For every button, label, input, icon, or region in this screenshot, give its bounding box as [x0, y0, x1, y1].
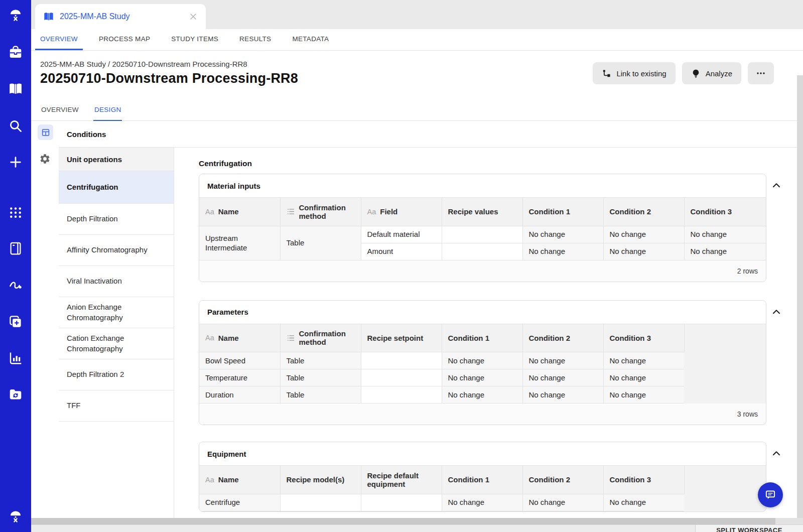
split-workspace-button[interactable]: SPLIT WORKSPACE: [695, 525, 803, 532]
collapse-chevron-icon[interactable]: [771, 307, 782, 318]
unit-operations-header: Unit operations: [59, 148, 174, 171]
row-count: 2 rows: [199, 260, 766, 282]
cell-condition-1[interactable]: No change: [522, 226, 603, 243]
tab-metadata[interactable]: METADATA: [287, 29, 334, 50]
cell-confirmation-method[interactable]: Table: [280, 226, 361, 260]
workspace-tab[interactable]: 2025-MM-AB Study: [35, 4, 206, 29]
equipment-row: Equipment AaName Recipe model(s) Recipe …: [199, 442, 803, 512]
horizontal-scrollbar[interactable]: [31, 518, 775, 524]
more-options-button[interactable]: [748, 62, 774, 84]
unit-op-centrifugation[interactable]: Centrifugation: [59, 171, 174, 204]
gear-icon[interactable]: [39, 153, 51, 165]
breadcrumb[interactable]: 2025-MM-AB Study / 20250710-Downstream P…: [40, 60, 247, 68]
chat-bubble-icon: [764, 488, 777, 501]
app-sidebar: [0, 0, 31, 532]
table-view-icon[interactable]: [38, 124, 53, 140]
cell-recipe-setpoint[interactable]: [361, 386, 442, 404]
cell-name[interactable]: Duration: [199, 386, 280, 404]
table-row: Centrifuge No change No change No change: [199, 494, 766, 511]
column-recipe-values: Recipe values: [442, 198, 522, 226]
tab-overview[interactable]: OVERVIEW: [35, 29, 83, 50]
cell-condition-1[interactable]: No change: [442, 369, 522, 386]
cell-condition-2[interactable]: No change: [522, 494, 603, 511]
create-plus-icon[interactable]: [8, 155, 23, 170]
vertical-scrollbar[interactable]: [797, 75, 803, 518]
link-to-existing-label: Link to existing: [616, 69, 666, 78]
analyze-label: Analyze: [706, 69, 732, 78]
inventory-fridge-icon[interactable]: [8, 241, 23, 256]
benchling-logo-icon[interactable]: [8, 9, 23, 24]
cell-condition-3[interactable]: No change: [684, 226, 766, 243]
cell-condition-2[interactable]: No change: [522, 352, 603, 369]
cell-condition-1[interactable]: No change: [442, 386, 522, 404]
cell-recipe-values[interactable]: [442, 243, 522, 260]
apps-grid-icon[interactable]: [8, 205, 23, 220]
link-to-existing-button[interactable]: Link to existing: [593, 62, 675, 84]
tab-study-items[interactable]: STUDY ITEMS: [166, 29, 223, 50]
design-workspace: Conditions Unit operations Centrifugatio…: [31, 121, 803, 518]
collapse-chevron-icon[interactable]: [771, 180, 782, 191]
unit-op-depth-filtration-2[interactable]: Depth Filtration 2: [59, 359, 174, 390]
cell-field[interactable]: Default material: [361, 226, 442, 243]
unit-op-tff[interactable]: TFF: [59, 390, 174, 422]
cell-name[interactable]: Bowl Speed: [199, 352, 280, 369]
cell-name[interactable]: Temperature: [199, 369, 280, 386]
cell-condition-3[interactable]: No change: [603, 352, 684, 369]
unit-operations-panel: Unit operations Centrifugation Depth Fil…: [59, 148, 174, 518]
tab-results[interactable]: RESULTS: [234, 29, 276, 50]
user-avatar-icon[interactable]: [8, 510, 23, 525]
cell-recipe-values[interactable]: [442, 226, 522, 243]
cell-condition-2[interactable]: No change: [603, 243, 684, 260]
workspace-tab-title: 2025-MM-AB Study: [60, 12, 189, 21]
column-condition-1: Condition 1: [522, 198, 603, 226]
tab-process-map[interactable]: PROCESS MAP: [94, 29, 155, 50]
unit-op-affinity-chromatography[interactable]: Affinity Chromatography: [59, 235, 174, 266]
material-inputs-table: AaName Confirmation method AaField Recip…: [199, 198, 766, 260]
cell-recipe-models[interactable]: [280, 494, 361, 511]
cell-name[interactable]: Upstream Intermediate: [199, 226, 280, 260]
collapse-chevron-icon[interactable]: [771, 448, 782, 459]
detail-tab-design[interactable]: DESIGN: [93, 105, 122, 121]
ellipsis-icon: [756, 68, 766, 78]
cell-condition-1[interactable]: No change: [442, 352, 522, 369]
cell-name[interactable]: Centrifuge: [199, 494, 280, 511]
equipment-title: Equipment: [199, 442, 766, 466]
close-icon[interactable]: [189, 12, 198, 21]
cell-confirmation-method[interactable]: Table: [280, 369, 361, 386]
requests-icon[interactable]: [8, 314, 23, 329]
cell-condition-3[interactable]: No change: [603, 369, 684, 386]
equipment-table: AaName Recipe model(s) Recipe default eq…: [199, 466, 766, 511]
cell-condition-3[interactable]: No change: [684, 243, 766, 260]
search-icon[interactable]: [8, 118, 23, 134]
notebook-book-icon[interactable]: [8, 81, 23, 96]
unit-op-anion-exchange[interactable]: Anion Exchange Chromatography: [59, 297, 174, 328]
cell-condition-1[interactable]: No change: [522, 243, 603, 260]
cell-recipe-setpoint[interactable]: [361, 369, 442, 386]
unit-op-depth-filtration[interactable]: Depth Filtration: [59, 204, 174, 235]
cell-condition-2[interactable]: No change: [603, 226, 684, 243]
cell-recipe-setpoint[interactable]: [361, 352, 442, 369]
cell-confirmation-method[interactable]: Table: [280, 352, 361, 369]
cell-condition-3[interactable]: No change: [603, 386, 684, 404]
scrollbar-corner: [775, 518, 803, 524]
help-chat-button[interactable]: [758, 482, 783, 507]
unit-op-viral-inactivation[interactable]: Viral Inactivation: [59, 266, 174, 297]
cell-field[interactable]: Amount: [361, 243, 442, 260]
column-recipe-default-equipment: Recipe default equipment: [361, 466, 442, 494]
text-type-icon: Aa: [205, 476, 214, 484]
table-row: Temperature Table No change No change No…: [199, 369, 766, 386]
insights-chart-icon[interactable]: [8, 350, 23, 365]
cell-condition-1[interactable]: No change: [442, 494, 522, 511]
registry-sync-icon[interactable]: [8, 387, 23, 402]
unit-op-cation-exchange[interactable]: Cation Exchange Chromatography: [59, 328, 174, 359]
cell-confirmation-method[interactable]: Table: [280, 386, 361, 404]
workflows-icon[interactable]: [8, 278, 23, 293]
analyze-button[interactable]: Analyze: [682, 62, 741, 84]
cell-recipe-default-equipment[interactable]: [361, 494, 442, 511]
cell-condition-2[interactable]: No change: [522, 369, 603, 386]
column-recipe-setpoint: Recipe setpoint: [361, 324, 442, 352]
detail-tab-overview[interactable]: OVERVIEW: [40, 105, 80, 121]
briefcase-icon[interactable]: [8, 45, 23, 60]
cell-condition-3[interactable]: No change: [603, 494, 684, 511]
cell-condition-2[interactable]: No change: [522, 386, 603, 404]
